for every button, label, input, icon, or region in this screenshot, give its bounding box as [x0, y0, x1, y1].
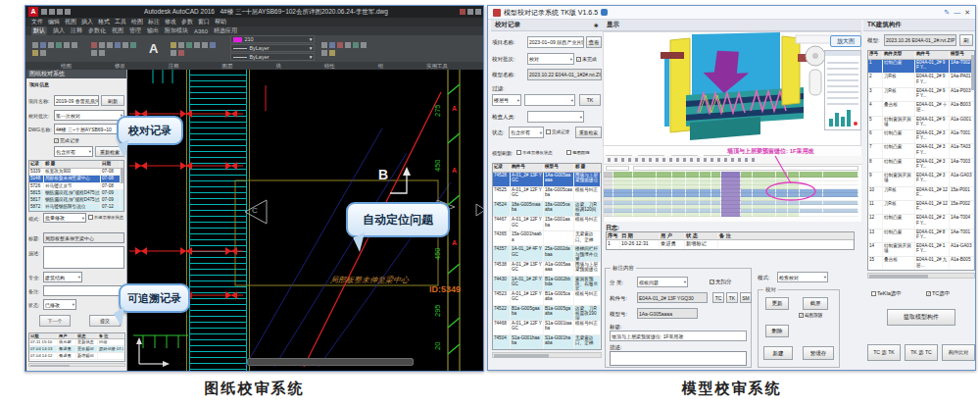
shot-follow-checkbox[interactable]: 截图跟随 — [799, 313, 822, 318]
zoom-slider[interactable] — [809, 70, 821, 95]
tc-button[interactable]: TC — [712, 292, 724, 303]
table-row[interactable]: 74504S1a-G001haabaS1a-G001haaba无梁窗边口、定梯 — [493, 335, 601, 350]
table-row[interactable]: 9特制窗洞开洞墙E04A-01_2# 3F Y...A1a-GA03 — [868, 173, 974, 186]
draw-tools-icons[interactable] — [31, 41, 84, 57]
nodeduct-checkbox[interactable]: 无扣分 — [710, 279, 732, 285]
note-field[interactable] — [43, 285, 124, 296]
view-button[interactable]: 查看 — [586, 36, 602, 48]
tk-hscrollbar[interactable] — [867, 273, 975, 279]
table-row[interactable]: 2刀R板E04A-01_2# 9F Y...1Aa-PA01 — [868, 74, 974, 87]
category-select[interactable]: 模板问题▾ — [637, 277, 688, 287]
qat-save-icon[interactable] — [41, 9, 47, 15]
update-button[interactable]: 更新 — [765, 297, 789, 310]
sm-button[interactable]: SM — [740, 292, 752, 303]
layer-tools-icons[interactable] — [170, 41, 222, 57]
nohint-checkbox[interactable]: 不提示修改状态 — [88, 215, 123, 220]
screenshot-button[interactable]: 截屏 — [803, 297, 828, 310]
minimize-icon[interactable] — [467, 9, 473, 15]
ribbon-tab[interactable]: A360 — [194, 28, 208, 34]
qat-redo-icon[interactable] — [57, 9, 63, 15]
status-select[interactable]: 包含所有▾ — [509, 127, 544, 138]
follow-checkbox[interactable]: 视图跟随 — [566, 150, 590, 155]
model-records-table[interactable]: 记录构件号模型号标 题74528A-01_2# 13F YGC1Aa-G005a… — [492, 163, 602, 350]
table-row[interactable]: 5872补马镫钢筋限引说位07-12 — [29, 204, 123, 211]
table-row[interactable]: 7特制凸窗E04A-01_2# 3F Y...A1a-TA03 — [868, 144, 974, 158]
title-field[interactable]: 墙顶与上层梁预留缝位: 1F采用改 — [610, 331, 747, 341]
menu-item[interactable]: 插入 — [81, 18, 93, 26]
history-hscrollbar[interactable] — [28, 363, 125, 367]
desc-textarea[interactable] — [43, 246, 124, 269]
refresh-button[interactable]: 刷新 — [101, 95, 124, 106]
filter-select[interactable]: 包含所有▾ — [54, 146, 93, 157]
text-tool-icon[interactable]: A — [149, 41, 158, 56]
new-button[interactable]: 新建 — [763, 346, 793, 360]
table-row[interactable]: 14特制窗洞开洞墙E04A-01_2# 1F Y...A1a-GA03 — [868, 243, 974, 257]
tc-to-tk-button[interactable]: TC 选 TK — [867, 344, 901, 361]
command-line[interactable] — [247, 358, 414, 366]
cache-button[interactable]: 暂缓存 — [803, 346, 834, 360]
table-row[interactable]: 15叠合板E04A-01_2# 九层...A1a-B005 — [868, 257, 974, 271]
properties-palette[interactable] — [824, 50, 861, 130]
table-row[interactable]: 5815钢筋漏设现,按"规程D475过水107-09 — [29, 190, 123, 197]
menu-item[interactable]: 格式 — [98, 18, 110, 26]
status-select[interactable]: 已修改▾ — [43, 299, 76, 310]
linetype-dropdown[interactable]: ByLayer▾ — [230, 44, 315, 52]
mode-select[interactable]: 检查校对▾ — [777, 272, 828, 282]
table-row[interactable]: 10刀R板E04A-01_2# 12F...15a-P001 — [868, 187, 974, 201]
lineweight-dropdown[interactable]: ByLayer▾ — [230, 53, 315, 61]
modelno-field[interactable]: 1Aa-G005aaaa — [637, 308, 698, 319]
table-row[interactable]: 7436515a-G001haaba无梁窗边口、定梯 — [493, 231, 601, 246]
checker-select[interactable]: ▾ — [527, 111, 584, 123]
mode-select[interactable]: 批量修改▾ — [43, 213, 86, 223]
search-button[interactable]: 重新检索 — [575, 127, 602, 138]
finish-checkbox[interactable]: 完成记录 — [546, 129, 569, 134]
autocad-logo-icon[interactable]: A — [28, 7, 38, 17]
history-table[interactable]: 日期用户状态备 注07-11 15:10状元霞更新状态已做07-04 14:13… — [28, 332, 125, 362]
project-select[interactable]: 2023-01~09 段西产业片区2#+02#F▾ — [527, 36, 584, 48]
qat-print-icon[interactable] — [65, 9, 71, 15]
menu-item[interactable]: 视图 — [65, 18, 76, 26]
table-row[interactable]: 74522B1a-G005gaabaB1a-G005gaaba边梁、刀R板需改1… — [493, 306, 601, 321]
menu-item[interactable]: 修改 — [165, 18, 176, 26]
finish-checkbox[interactable]: 完成记录 — [54, 137, 79, 143]
ribbon-group-label[interactable]: 特性 — [324, 63, 335, 70]
ribbon-group-label[interactable]: 注释 — [169, 63, 179, 70]
log-table[interactable]: 序号日 期用 户状 态备 注110-26 12:31秦进勇新增标记 — [606, 231, 855, 250]
table-row[interactable]: 74538A-01_2# 13F YGCA1a-G005aaaaa围墙与上层梁预… — [493, 262, 601, 277]
table-row[interactable]: 07-11 15:10状元霞更新状态已做 — [29, 339, 124, 346]
minimize-icon[interactable]: — — [954, 9, 960, 17]
spreadsheet-grid[interactable] — [604, 172, 858, 217]
tekla-checkbox[interactable]: TeKla选中 — [871, 290, 902, 297]
menu-item[interactable]: 工具 — [115, 18, 126, 26]
ribbon-tab[interactable]: 精选应用 — [214, 26, 237, 35]
name-box[interactable] — [606, 166, 629, 171]
color-dropdown[interactable]: 210▾ — [230, 35, 315, 43]
menu-item[interactable]: 参数 — [181, 18, 193, 26]
table-row[interactable]: 07-04 14:13秦进勇更改标记原始记录 07-04 14 — [29, 346, 124, 353]
table-row[interactable]: 11刀R板E04A-01_2# 12F...15a-P002 — [868, 201, 974, 215]
compare-button[interactable]: 构件比对 — [942, 344, 975, 361]
ribbon-group-label[interactable]: 图层 — [222, 63, 233, 70]
ribbon-tab[interactable]: 输出 — [147, 26, 159, 35]
table-row[interactable]: 13特制凸窗E04A-01_2# 8F Y...1Aa-T001 — [868, 230, 974, 243]
ribbon-tab[interactable]: 插入 — [53, 26, 65, 35]
table-row[interactable]: 1特制凸窗E04A-01_2# 9F Y...1Aa-T002 — [868, 60, 974, 74]
qat-undo-icon[interactable] — [49, 9, 55, 15]
ribbon-group-label[interactable]: 修改 — [115, 63, 125, 70]
formula-bar[interactable] — [633, 166, 858, 171]
table-row[interactable]: 12特制凸窗E04A-01_2# 2F Y...1Aa-T004 — [868, 215, 974, 229]
table-row[interactable]: 74525A-01_1# 12F YGC18a-G005caaba模板号纠正 — [493, 187, 601, 202]
floor-value-select[interactable]: ▾ — [524, 94, 575, 106]
tk-refresh-button[interactable]: 刷 — [959, 34, 973, 46]
major-select[interactable]: 建筑结构▾ — [43, 272, 82, 282]
nohint-checkbox[interactable]: 不提示修改状态 — [516, 150, 553, 155]
table-row[interactable]: 07-04 14:12秦进勇新增标记 — [29, 353, 124, 360]
ribbon-group-label[interactable]: 块 — [275, 63, 281, 70]
utility-tools-icons[interactable] — [320, 41, 373, 57]
palette-title[interactable]: 图纸校对系统 — [26, 70, 126, 78]
sheet-toolbar[interactable] — [604, 156, 862, 165]
ribbon-group-label[interactable]: 绘图 — [61, 63, 72, 70]
ribbon-tab[interactable]: 管理 — [129, 26, 141, 35]
floor-select[interactable]: 楼层号▾ — [492, 94, 521, 106]
table-row[interactable]: 743571A-01_1# 4F YGC25a-G002dabaa楼梯间栏杆与预… — [493, 246, 601, 261]
